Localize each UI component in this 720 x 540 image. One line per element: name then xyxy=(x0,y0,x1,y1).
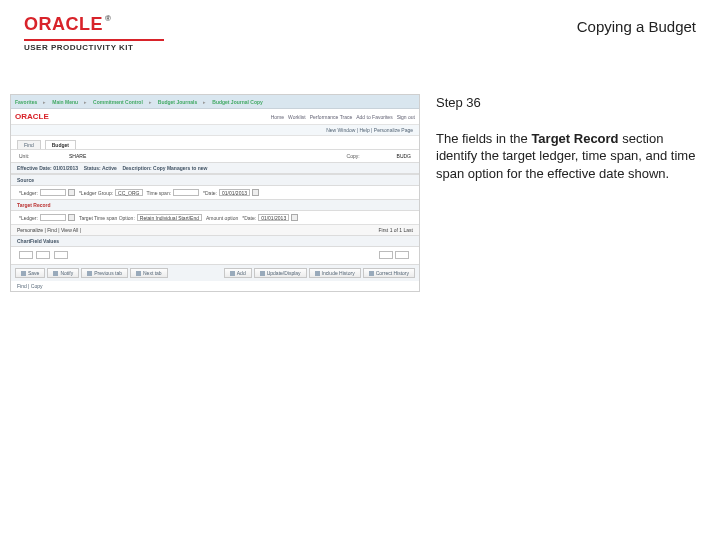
desc-value: Copy Managers to new xyxy=(153,165,207,171)
step-description: The fields in the Target Record section … xyxy=(436,130,700,183)
copy-label: Copy: xyxy=(347,153,387,159)
calendar-icon[interactable] xyxy=(252,189,259,196)
target-grid: *Ledger: Target Time span Option:Retain … xyxy=(11,211,419,224)
lookup-icon[interactable] xyxy=(68,189,75,196)
next-tab-button[interactable]: Next tab xyxy=(130,268,168,278)
cf-del-icon[interactable] xyxy=(395,251,409,259)
add-button[interactable]: Add xyxy=(224,268,252,278)
pager: Personalize | Find | View All | First 1 … xyxy=(11,224,419,235)
tab-budget[interactable]: Budget xyxy=(45,140,76,149)
calendar-icon[interactable] xyxy=(291,214,298,221)
src-ts-label: Time span: xyxy=(147,190,172,196)
desc-bold: Target Record xyxy=(531,131,618,146)
edit-icon xyxy=(369,271,374,276)
breadcrumb-item[interactable]: Commitment Control xyxy=(93,99,143,105)
cf-slot[interactable] xyxy=(19,251,33,259)
window-links: New Window | Help | Personalize Page xyxy=(11,125,419,136)
breadcrumb-item[interactable]: Budget Journal Copy xyxy=(212,99,263,105)
lookup-icon[interactable] xyxy=(68,214,75,221)
breadcrumb-item[interactable]: Budget Journals xyxy=(158,99,197,105)
arrow-right-icon xyxy=(136,271,141,276)
tgt-date-input[interactable]: 01/01/2013 xyxy=(258,214,289,221)
source-header: Source xyxy=(11,174,419,186)
unit-label: Unit: xyxy=(19,153,59,159)
notify-icon xyxy=(53,271,58,276)
copy-value: BUDG xyxy=(397,153,411,159)
page-title: Copying a Budget xyxy=(577,18,696,35)
app-header: ORACLE Home Worklist Performance Trace A… xyxy=(11,109,419,125)
instruction-panel: Step 36 The fields in the Target Record … xyxy=(436,94,700,292)
link-new-window[interactable]: New Window xyxy=(326,127,355,133)
app-logo: ORACLE xyxy=(15,112,49,121)
effdate-value: 01/01/2013 xyxy=(53,165,78,171)
notify-button[interactable]: Notify xyxy=(47,268,79,278)
brand-tm: ® xyxy=(105,14,111,23)
unit-row: Unit: SHARE Copy: BUDG xyxy=(11,150,419,162)
arrow-left-icon xyxy=(87,271,92,276)
tgt-ledger-input[interactable] xyxy=(40,214,66,221)
src-ledger-input[interactable] xyxy=(40,189,66,196)
save-icon xyxy=(21,271,26,276)
src-ledger-label: *Ledger: xyxy=(19,190,38,196)
tgt-ts-input[interactable]: Retain Individual Start/End xyxy=(137,214,202,221)
desc-label: Description: xyxy=(122,165,151,171)
unit-value: SHARE xyxy=(69,153,86,159)
cf-add-icon[interactable] xyxy=(379,251,393,259)
src-ts-input[interactable] xyxy=(173,189,199,196)
nav-home[interactable]: Home xyxy=(271,114,284,120)
nav-worklist[interactable]: Worklist xyxy=(288,114,306,120)
breadcrumb-item[interactable]: Favorites xyxy=(15,99,37,105)
nav-signout[interactable]: Sign out xyxy=(397,114,415,120)
header: ORACLE® USER PRODUCTIVITY KIT Copying a … xyxy=(0,0,720,58)
sub-tabs: Find Budget xyxy=(11,136,419,150)
tgt-amt-label: Amount option xyxy=(206,215,238,221)
footer-links[interactable]: Find | Copy xyxy=(11,281,419,291)
tgt-ledger-label: *Ledger: xyxy=(19,215,38,221)
status-label: Status: xyxy=(84,165,101,171)
effdate-label: Effective Date: xyxy=(17,165,52,171)
tgt-ts-label: Target Time span Option: xyxy=(79,215,135,221)
desc-pre: The fields in the xyxy=(436,131,531,146)
brand-subtitle: USER PRODUCTIVITY KIT xyxy=(24,43,164,52)
plus-icon xyxy=(230,271,235,276)
breadcrumb-item[interactable]: Main Menu xyxy=(52,99,78,105)
src-date-input[interactable]: 01/01/2013 xyxy=(219,189,250,196)
prev-tab-button[interactable]: Previous tab xyxy=(81,268,128,278)
breadcrumb-bar: Favorites▸ Main Menu▸ Commitment Control… xyxy=(11,95,419,109)
brand-bar xyxy=(24,39,164,41)
src-date-label: *Date: xyxy=(203,190,217,196)
toolbar: Save Notify Previous tab Next tab Add Up… xyxy=(11,264,419,281)
update-button[interactable]: Update/Display xyxy=(254,268,307,278)
refresh-icon xyxy=(260,271,265,276)
pager-links[interactable]: Personalize | Find | View All | xyxy=(17,227,81,233)
brand-logo: ORACLE® xyxy=(24,14,164,35)
src-lg-input[interactable]: CC_ORG xyxy=(115,189,142,196)
cf-slot[interactable] xyxy=(36,251,50,259)
history-icon xyxy=(315,271,320,276)
nav-addfav[interactable]: Add to Favorites xyxy=(356,114,392,120)
brand-name: ORACLE xyxy=(24,14,103,34)
nav-ptrace[interactable]: Performance Trace xyxy=(310,114,353,120)
link-personalize[interactable]: Personalize Page xyxy=(374,127,413,133)
cf-values xyxy=(11,247,419,264)
tab-find[interactable]: Find xyxy=(17,140,41,149)
brand: ORACLE® USER PRODUCTIVITY KIT xyxy=(24,14,164,52)
save-button[interactable]: Save xyxy=(15,268,45,278)
pager-nav[interactable]: First 1 of 1 Last xyxy=(379,227,413,233)
effdate-section: Effective Date: 01/01/2013 Status: Activ… xyxy=(11,162,419,174)
target-header: Target Record xyxy=(11,199,419,211)
history-button[interactable]: Include History xyxy=(309,268,361,278)
source-grid: *Ledger: *Ledger Group:CC_ORG Time span:… xyxy=(11,186,419,199)
link-help[interactable]: Help xyxy=(359,127,369,133)
correct-button[interactable]: Correct History xyxy=(363,268,415,278)
app-screenshot: Favorites▸ Main Menu▸ Commitment Control… xyxy=(10,94,420,292)
step-label: Step 36 xyxy=(436,94,700,112)
status-value: Active xyxy=(102,165,117,171)
src-lg-label: *Ledger Group: xyxy=(79,190,113,196)
cf-header: ChartField Values xyxy=(11,235,419,247)
tgt-date-label: *Date: xyxy=(242,215,256,221)
cf-slot[interactable] xyxy=(54,251,68,259)
